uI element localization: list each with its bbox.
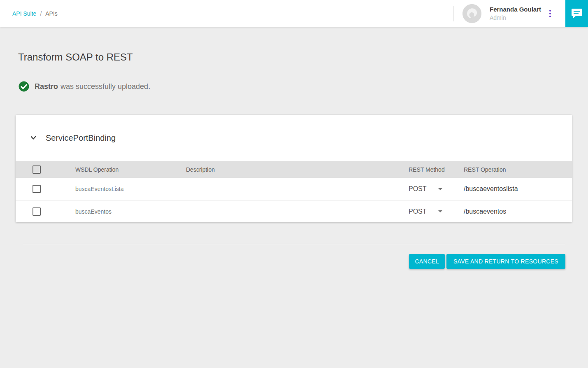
kebab-menu-icon [549,10,551,12]
save-and-return-button[interactable]: SAVE AND RETURN TO RESOURCES [446,254,565,269]
breadcrumb: API Suite / APIs [12,0,58,27]
success-text: Rastro was successfully uploaded. [35,82,150,91]
chevron-down-icon [29,134,37,142]
rest-method-value: POST [409,208,427,215]
header-checkbox-cell [16,165,75,174]
wsdl-operation-value: buscaEventos [75,208,186,215]
user-info: Fernanda Goulart Admin [490,6,542,21]
user-name: Fernanda Goulart [490,6,542,13]
rest-operation-value: /buscaeventoslista [464,185,572,193]
success-message: Rastro was successfully uploaded. [19,81,588,92]
page-title: Transform SOAP to REST [18,51,588,63]
caret-down-icon [438,188,442,190]
table-header-row: WSDL Operation Description REST Method R… [16,161,572,178]
table-row: buscaEventosLista POST /buscaeventoslist… [16,178,572,200]
caret-down-icon [438,210,442,212]
header-description: Description [186,166,409,173]
breadcrumb-link-api-suite[interactable]: API Suite [12,10,36,17]
chat-button[interactable] [565,0,588,27]
row-checkbox[interactable] [33,185,41,193]
breadcrumb-current-apis: APIs [45,10,58,17]
check-circle-icon [19,81,29,92]
swirl-logo-icon [462,4,481,23]
card-title: ServicePortBinding [46,133,116,143]
success-subject: Rastro [35,82,58,91]
rest-method-value: POST [409,185,427,193]
footer-divider [23,244,565,244]
user-role: Admin [490,14,542,21]
header-wsdl-operation: WSDL Operation [75,166,186,173]
success-message-text: was successfully uploaded. [60,82,150,91]
topbar-right-section: Fernanda Goulart Admin [453,0,588,27]
service-port-binding-card: ServicePortBinding WSDL Operation Descri… [16,115,572,222]
select-all-checkbox[interactable] [33,165,41,174]
collapse-toggle[interactable] [28,133,38,143]
header-rest-method: REST Method [409,166,464,173]
action-buttons: CANCEL SAVE AND RETURN TO RESOURCES [0,254,565,269]
avatar[interactable] [462,4,481,23]
chat-bubble-icon [571,8,583,19]
vertical-divider [453,6,454,21]
row-checkbox[interactable] [33,207,41,216]
card-header: ServicePortBinding [16,115,572,161]
rest-method-select[interactable]: POST [409,185,464,193]
cancel-button[interactable]: CANCEL [409,254,445,269]
rest-operation-value: /buscaeventos [464,208,572,215]
breadcrumb-separator: / [40,10,42,17]
user-menu-button[interactable] [542,5,559,22]
top-bar: API Suite / APIs Fernanda Goulart Admin [0,0,588,27]
wsdl-operation-value: buscaEventosLista [75,186,186,192]
header-rest-operation: REST Operation [464,166,572,173]
rest-method-select[interactable]: POST [409,208,464,215]
main-content: Transform SOAP to REST Rastro was succes… [0,51,588,269]
table-row: buscaEventos POST /buscaeventos [16,200,572,222]
